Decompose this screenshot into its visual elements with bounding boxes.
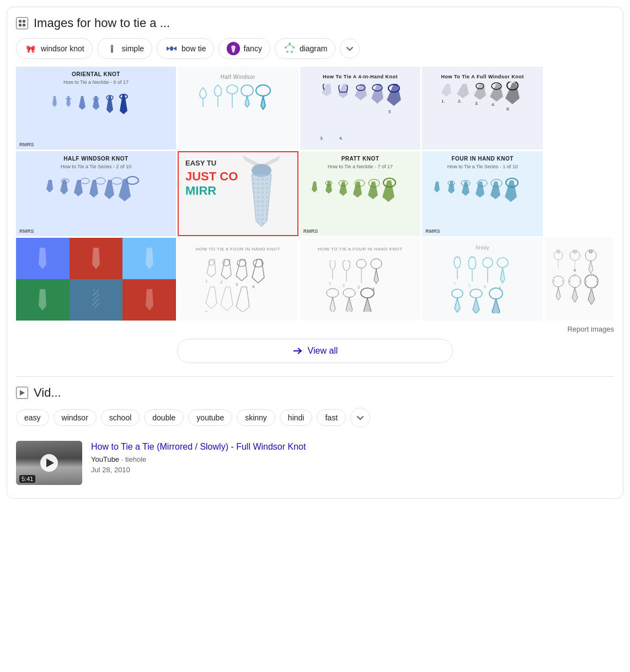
images-section-title: Images for how to tie a ... xyxy=(34,16,170,30)
video-meta: YouTube · tiehole xyxy=(91,455,614,463)
svg-point-68 xyxy=(81,178,89,184)
play-button[interactable] xyxy=(40,454,58,472)
rmrs-label-4: RMRS xyxy=(425,228,440,234)
svg-marker-9 xyxy=(173,46,177,51)
image-easy-tutorial[interactable]: EASY TU JUST CO MIRR xyxy=(178,151,298,236)
video-chip-easy[interactable]: easy xyxy=(16,409,49,426)
svg-marker-124 xyxy=(374,269,378,284)
image-half-windsor[interactable]: Half Windsor xyxy=(178,67,298,150)
video-chip-windsor[interactable]: windsor xyxy=(54,409,97,426)
video-chip-skinny-label: skinny xyxy=(245,413,267,422)
chip-fancy-label: fancy xyxy=(243,44,261,53)
image-dot-diagram[interactable] xyxy=(544,238,614,321)
svg-point-151 xyxy=(489,288,503,299)
4inhand-diagram: 5 3. 4. xyxy=(317,82,403,142)
svg-text:8.: 8. xyxy=(506,106,510,111)
image-full-windsor[interactable]: How To Tie A Full Windsor Knot 1. 2. xyxy=(422,67,543,150)
video-chip-fast-label: fast xyxy=(325,413,338,422)
chip-diagram-label: diagram xyxy=(300,44,328,53)
video-chip-hindi[interactable]: hindi xyxy=(280,409,313,426)
svg-marker-8 xyxy=(167,46,170,51)
big-tie-visual xyxy=(226,152,297,235)
report-images-text[interactable]: Report images xyxy=(16,325,614,333)
image-four-in-hand[interactable]: FOUR IN HAND KNOT How to Tie a Tie Serie… xyxy=(422,151,543,236)
chip-bow-tie[interactable]: bow tie xyxy=(157,38,214,59)
video-title[interactable]: How to Tie a Tie (Mirrored / Slowly) - F… xyxy=(91,441,614,453)
image-tie-steps-3[interactable]: HOW TO TIE A FOUR IN HAND KNOT 1 2 xyxy=(300,238,421,321)
image-color-ties[interactable] xyxy=(16,238,176,321)
video-chip-fast[interactable]: fast xyxy=(317,409,346,426)
svg-point-167 xyxy=(562,280,564,282)
svg-marker-58 xyxy=(506,83,519,104)
img-label-oriental: ORIENTAL KNOT xyxy=(72,71,120,77)
easy-tu-text2: MIRR xyxy=(185,184,216,198)
image-4-in-hand[interactable]: How To Tie A 4-In-Hand Knot xyxy=(300,67,421,150)
svg-text:2: 2 xyxy=(343,284,345,287)
image-firstly-steps[interactable]: firstly 1 2 xyxy=(422,238,543,321)
svg-marker-90 xyxy=(476,182,484,198)
section-divider xyxy=(16,376,614,377)
view-all-button[interactable]: View all xyxy=(177,339,453,363)
chip-diagram[interactable]: diagram xyxy=(275,38,336,59)
video-thumbnail[interactable]: 5:41 xyxy=(16,441,82,485)
video-chips-expand-button[interactable] xyxy=(350,408,370,428)
color-cell-lightblue xyxy=(122,238,176,279)
video-info: How to Tie a Tie (Mirrored / Slowly) - F… xyxy=(91,441,614,474)
chip-fancy[interactable]: fancy xyxy=(218,38,270,59)
svg-marker-152 xyxy=(492,299,500,313)
svg-point-33 xyxy=(241,85,253,96)
svg-text:1: 1 xyxy=(453,281,456,285)
svg-marker-101 xyxy=(39,289,46,311)
svg-point-166 xyxy=(552,280,554,282)
svg-marker-38 xyxy=(339,84,348,98)
svg-marker-162 xyxy=(589,261,593,273)
svg-marker-22 xyxy=(79,96,86,110)
video-duration: 5:41 xyxy=(19,475,35,483)
img-sublabel-half-windsor-2: How to Tie a Tie Series - 2 of 10 xyxy=(61,164,131,169)
simple-chip-icon xyxy=(105,42,119,55)
svg-marker-77 xyxy=(325,182,332,194)
4inhand-steps-sketch: 1 2 3 xyxy=(202,254,274,312)
svg-point-16 xyxy=(291,51,293,53)
image-oriental-knot[interactable]: ORIENTAL KNOT How to Tie a Necktie - 6 o… xyxy=(16,67,176,150)
image-4inhand-steps[interactable]: HOW TO TIE A FOUR IN HAND KNOT 1 2 xyxy=(178,238,298,321)
video-meta-separator: · xyxy=(121,455,125,463)
img-label-full-windsor: How To Tie A Full Windsor Knot xyxy=(441,74,524,79)
svg-marker-19 xyxy=(52,96,57,107)
svg-marker-133 xyxy=(364,298,371,312)
chevron-down-icon xyxy=(345,44,354,53)
video-chip-youtube[interactable]: youtube xyxy=(188,409,232,426)
rmrs-label-2: RMRS xyxy=(19,228,34,234)
chip-windsor-knot[interactable]: 🎀 windsor knot xyxy=(16,38,93,59)
video-chip-double[interactable]: double xyxy=(144,409,184,426)
svg-text:5: 5 xyxy=(205,310,208,312)
svg-point-173 xyxy=(585,275,598,288)
svg-marker-80 xyxy=(368,182,378,199)
svg-point-170 xyxy=(568,280,570,282)
color-cell-red2 xyxy=(122,279,176,321)
svg-point-139 xyxy=(483,258,493,268)
image-half-windsor-2[interactable]: HALF WINDSOR KNOT How to Tie a Tie Serie… xyxy=(16,151,176,236)
oriental-tie-diagram xyxy=(46,85,146,145)
svg-point-132 xyxy=(361,288,374,298)
chips-expand-button[interactable] xyxy=(340,39,360,58)
video-source: YouTube xyxy=(91,455,119,463)
chip-bow-tie-label: bow tie xyxy=(181,44,206,53)
svg-point-176 xyxy=(596,280,599,282)
svg-point-163 xyxy=(589,250,592,253)
video-chip-school[interactable]: school xyxy=(101,409,140,426)
img-sublabel-pratt: How to Tie a Necktie - 7 of 17 xyxy=(328,164,393,169)
color-cell-red xyxy=(70,238,123,279)
svg-rect-1 xyxy=(23,20,25,23)
chip-simple[interactable]: simple xyxy=(97,38,152,59)
image-pratt-knot[interactable]: PRATT KNOT How to Tie a Necktie - 7 of 1… xyxy=(300,151,421,236)
chip-simple-label: simple xyxy=(122,44,144,53)
img-label-tie-steps-3: HOW TO TIE A FOUR IN HAND KNOT xyxy=(318,247,402,252)
svg-marker-64 xyxy=(89,180,98,198)
svg-marker-127 xyxy=(330,297,335,312)
img-sublabel-four-in-hand: How to Tie a Tie Series - 1 of 10 xyxy=(447,164,518,169)
video-chip-school-label: school xyxy=(109,413,131,422)
svg-text:1: 1 xyxy=(329,281,331,285)
video-result-item: 5:41 How to Tie a Tie (Mirrored / Slowly… xyxy=(16,436,614,489)
video-chip-skinny[interactable]: skinny xyxy=(237,409,275,426)
